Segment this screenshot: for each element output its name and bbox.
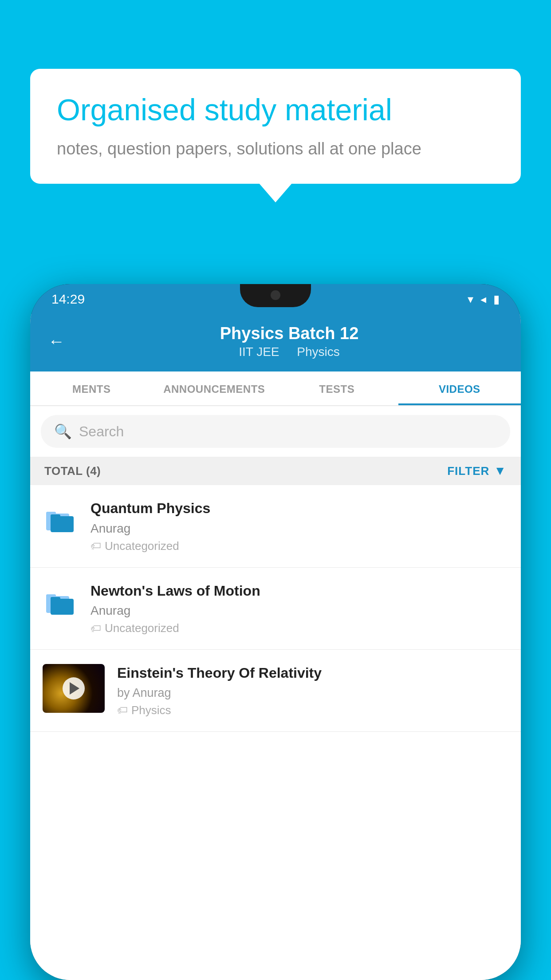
notch	[240, 284, 311, 307]
tab-videos[interactable]: VIDEOS	[398, 371, 521, 405]
play-button[interactable]	[63, 677, 85, 699]
app-header: ← Physics Batch 12 IIT JEE Physics	[30, 314, 521, 371]
tag-label: Physics	[131, 703, 171, 717]
app-content: ← Physics Batch 12 IIT JEE Physics MENTS…	[30, 314, 521, 980]
video-tag: 🏷 Physics	[117, 703, 508, 717]
folder-icon	[44, 586, 76, 620]
speech-bubble-heading: Organised study material	[57, 92, 494, 128]
folder-icon	[44, 504, 76, 537]
status-time: 14:29	[51, 292, 85, 307]
list-item[interactable]: Einstein's Theory Of Relativity by Anura…	[30, 650, 521, 732]
filter-bar: TOTAL (4) FILTER ▼	[30, 457, 521, 485]
subtitle-tag2: Physics	[297, 345, 339, 359]
front-camera	[271, 290, 280, 300]
phone-frame: 14:29 ▾ ◂ ▮ ← Physics Batch 12 IIT JEE P…	[30, 284, 521, 980]
tag-icon: 🏷	[91, 540, 101, 552]
search-icon: 🔍	[54, 423, 72, 440]
subtitle-tag1: IIT JEE	[239, 345, 279, 359]
speech-bubble: Organised study material notes, question…	[30, 69, 521, 184]
status-icons: ▾ ◂ ▮	[468, 292, 500, 306]
video-title: Einstein's Theory Of Relativity	[117, 664, 508, 683]
folder-icon-container	[43, 585, 78, 621]
video-info: Einstein's Theory Of Relativity by Anura…	[117, 664, 508, 717]
search-input[interactable]: Search	[79, 423, 124, 440]
batch-title: Physics Batch 12	[75, 324, 503, 343]
status-bar: 14:29 ▾ ◂ ▮	[30, 284, 521, 314]
video-tag: 🏷 Uncategorized	[91, 621, 508, 635]
back-button[interactable]: ←	[48, 332, 65, 351]
battery-icon: ▮	[493, 292, 500, 306]
svg-rect-3	[51, 514, 60, 519]
video-author: Anurag	[91, 522, 508, 536]
total-count-label: TOTAL (4)	[44, 464, 101, 478]
video-author: Anurag	[91, 604, 508, 618]
play-triangle-icon	[70, 682, 79, 695]
signal-icon: ◂	[480, 292, 486, 306]
filter-icon: ▼	[494, 464, 507, 478]
video-author: by Anurag	[117, 686, 508, 700]
speech-bubble-subtext: notes, question papers, solutions all at…	[57, 137, 494, 161]
batch-subtitle: IIT JEE Physics	[75, 345, 503, 359]
search-box[interactable]: 🔍 Search	[41, 415, 510, 448]
tag-label: Uncategorized	[105, 621, 179, 635]
header-title-area: Physics Batch 12 IIT JEE Physics	[75, 324, 503, 359]
list-item[interactable]: Newton's Laws of Motion Anurag 🏷 Uncateg…	[30, 568, 521, 650]
filter-button[interactable]: FILTER ▼	[447, 464, 507, 478]
video-title: Newton's Laws of Motion	[91, 582, 508, 601]
video-info: Quantum Physics Anurag 🏷 Uncategorized	[91, 499, 508, 553]
search-container: 🔍 Search	[30, 406, 521, 457]
list-item[interactable]: Quantum Physics Anurag 🏷 Uncategorized	[30, 485, 521, 568]
wifi-icon: ▾	[468, 292, 473, 306]
tab-announcements[interactable]: ANNOUNCEMENTS	[153, 371, 276, 405]
video-thumbnail	[43, 664, 105, 713]
tab-bar: MENTS ANNOUNCEMENTS TESTS VIDEOS	[30, 371, 521, 406]
speech-bubble-container: Organised study material notes, question…	[30, 69, 521, 184]
folder-icon-container	[43, 503, 78, 538]
tag-icon: 🏷	[117, 704, 128, 716]
tab-tests[interactable]: TESTS	[276, 371, 398, 405]
video-title: Quantum Physics	[91, 499, 508, 518]
video-info: Newton's Laws of Motion Anurag 🏷 Uncateg…	[91, 582, 508, 636]
video-list: Quantum Physics Anurag 🏷 Uncategorized	[30, 485, 521, 980]
filter-label: FILTER	[447, 464, 489, 478]
tag-label: Uncategorized	[105, 539, 179, 553]
video-tag: 🏷 Uncategorized	[91, 539, 508, 553]
tag-icon: 🏷	[91, 622, 101, 635]
svg-rect-7	[51, 597, 60, 601]
tab-ments[interactable]: MENTS	[30, 371, 153, 405]
